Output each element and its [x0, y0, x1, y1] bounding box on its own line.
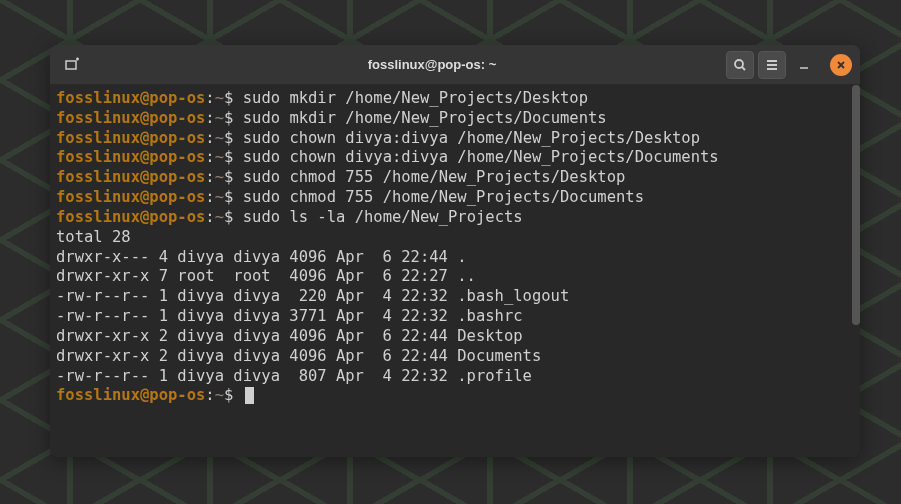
prompt-path: ~: [215, 148, 224, 166]
prompt-path: ~: [215, 89, 224, 107]
search-icon: [733, 58, 747, 72]
command-line: fosslinux@pop-os:~$ sudo mkdir /home/New…: [56, 109, 854, 129]
prompt-user: fosslinux: [56, 208, 140, 226]
output-line: -rw-r--r-- 1 divya divya 807 Apr 4 22:32…: [56, 367, 854, 387]
output-line: drwxr-xr-x 7 root root 4096 Apr 6 22:27 …: [56, 267, 854, 287]
command-line: fosslinux@pop-os:~$ sudo chown divya:div…: [56, 148, 854, 168]
hamburger-icon: [765, 58, 779, 72]
close-button[interactable]: [830, 54, 852, 76]
command-text: sudo chmod 755 /home/New_Projects/Deskto…: [243, 168, 626, 186]
prompt-at: @: [140, 89, 149, 107]
search-button[interactable]: [726, 51, 754, 79]
prompt-host: pop-os: [149, 89, 205, 107]
prompt-user: fosslinux: [56, 89, 140, 107]
prompt-host: pop-os: [149, 386, 205, 404]
svg-rect-0: [66, 61, 76, 69]
command-line: fosslinux@pop-os:~$ sudo ls -la /home/Ne…: [56, 208, 854, 228]
command-text: sudo mkdir /home/New_Projects/Desktop: [243, 89, 588, 107]
prompt-path: ~: [215, 386, 224, 404]
prompt-at: @: [140, 148, 149, 166]
titlebar: fosslinux@pop-os: ~: [50, 45, 860, 85]
prompt-colon: :: [205, 89, 214, 107]
terminal-window: fosslinux@pop-os: ~: [50, 45, 860, 457]
output-line: drwxr-xr-x 2 divya divya 4096 Apr 6 22:4…: [56, 327, 854, 347]
command-text: sudo mkdir /home/New_Projects/Documents: [243, 109, 607, 127]
minimize-icon: [798, 59, 810, 71]
command-line: fosslinux@pop-os:~$ sudo chmod 755 /home…: [56, 168, 854, 188]
prompt-colon: :: [205, 148, 214, 166]
prompt-at: @: [140, 386, 149, 404]
close-icon: [836, 60, 846, 70]
svg-point-1: [735, 60, 743, 68]
prompt-path: ~: [215, 188, 224, 206]
output-line: -rw-r--r-- 1 divya divya 3771 Apr 4 22:3…: [56, 307, 854, 327]
minimize-button[interactable]: [790, 51, 818, 79]
prompt-at: @: [140, 168, 149, 186]
prompt-user: fosslinux: [56, 188, 140, 206]
new-tab-icon: [64, 57, 80, 73]
prompt-dollar: $: [224, 129, 233, 147]
prompt-colon: :: [205, 168, 214, 186]
prompt-dollar: $: [224, 109, 233, 127]
prompt-dollar: $: [224, 208, 233, 226]
new-tab-button[interactable]: [58, 51, 86, 79]
prompt-dollar: $: [224, 386, 233, 404]
prompt-path: ~: [215, 109, 224, 127]
command-line: fosslinux@pop-os:~$ sudo chown divya:div…: [56, 129, 854, 149]
prompt-colon: :: [205, 386, 214, 404]
command-text: sudo chown divya:divya /home/New_Project…: [243, 148, 719, 166]
scrollbar[interactable]: [852, 85, 860, 457]
prompt-host: pop-os: [149, 148, 205, 166]
scrollbar-thumb[interactable]: [852, 85, 860, 325]
command-line: fosslinux@pop-os:~$ sudo chmod 755 /home…: [56, 188, 854, 208]
prompt-colon: :: [205, 109, 214, 127]
prompt-host: pop-os: [149, 188, 205, 206]
prompt-dollar: $: [224, 89, 233, 107]
prompt-path: ~: [215, 208, 224, 226]
window-title: fosslinux@pop-os: ~: [138, 57, 726, 72]
prompt-host: pop-os: [149, 129, 205, 147]
command-text: sudo chown divya:divya /home/New_Project…: [243, 129, 700, 147]
prompt-user: fosslinux: [56, 168, 140, 186]
prompt-colon: :: [205, 188, 214, 206]
prompt-user: fosslinux: [56, 386, 140, 404]
prompt-at: @: [140, 188, 149, 206]
output-line: drwxr-xr-x 2 divya divya 4096 Apr 6 22:4…: [56, 347, 854, 367]
svg-line-2: [742, 67, 745, 70]
command-text: sudo ls -la /home/New_Projects: [243, 208, 523, 226]
prompt-at: @: [140, 109, 149, 127]
prompt-dollar: $: [224, 148, 233, 166]
prompt-host: pop-os: [149, 208, 205, 226]
output-line: drwxr-x--- 4 divya divya 4096 Apr 6 22:4…: [56, 248, 854, 268]
command-text: sudo chmod 755 /home/New_Projects/Docume…: [243, 188, 644, 206]
command-line: fosslinux@pop-os:~$ sudo mkdir /home/New…: [56, 89, 854, 109]
prompt-dollar: $: [224, 168, 233, 186]
prompt-host: pop-os: [149, 168, 205, 186]
prompt-host: pop-os: [149, 109, 205, 127]
prompt-user: fosslinux: [56, 129, 140, 147]
menu-button[interactable]: [758, 51, 786, 79]
cursor: [245, 387, 254, 404]
prompt-path: ~: [215, 168, 224, 186]
prompt-user: fosslinux: [56, 148, 140, 166]
prompt-line: fosslinux@pop-os:~$: [56, 386, 854, 406]
output-line: total 28: [56, 228, 854, 248]
prompt-colon: :: [205, 129, 214, 147]
prompt-user: fosslinux: [56, 109, 140, 127]
prompt-colon: :: [205, 208, 214, 226]
output-line: -rw-r--r-- 1 divya divya 220 Apr 4 22:32…: [56, 287, 854, 307]
prompt-dollar: $: [224, 188, 233, 206]
prompt-at: @: [140, 129, 149, 147]
terminal-body[interactable]: fosslinux@pop-os:~$ sudo mkdir /home/New…: [50, 85, 860, 457]
prompt-path: ~: [215, 129, 224, 147]
prompt-at: @: [140, 208, 149, 226]
